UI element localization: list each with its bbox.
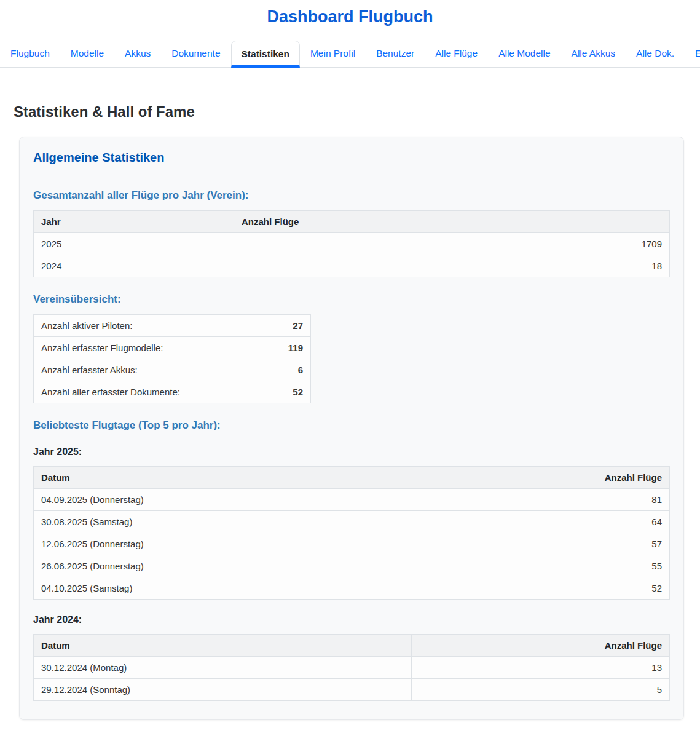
column-header-anzahl-fluege: Anzahl Flüge xyxy=(411,635,669,657)
date-cell: 30.08.2025 (Samstag) xyxy=(34,511,430,533)
main-content: Statistiken & Hall of Fame Allgemeine St… xyxy=(0,103,700,720)
tab-modelle[interactable]: Modelle xyxy=(60,40,114,67)
table-row: Anzahl erfasster Flugmodelle: 119 xyxy=(34,337,311,359)
table-row: 30.12.2024 (Montag) 13 xyxy=(34,657,670,679)
tab-statistiken[interactable]: Statistiken xyxy=(231,41,300,68)
stat-value: 27 xyxy=(269,315,311,337)
year-2025-heading: Jahr 2025: xyxy=(33,446,670,458)
general-statistics-card: Allgemeine Statistiken Gesamtanzahl alle… xyxy=(19,137,684,720)
tab-mein-profil[interactable]: Mein Profil xyxy=(300,40,366,67)
column-header-datum: Datum xyxy=(34,635,412,657)
tab-alle-modelle[interactable]: Alle Modelle xyxy=(488,40,560,67)
app-title: Dashboard Flugbuch xyxy=(0,7,700,26)
tab-dokumente[interactable]: Dokumente xyxy=(161,40,230,67)
column-header-jahr: Jahr xyxy=(34,211,234,233)
stat-label: Anzahl aller erfasster Dokumente: xyxy=(34,381,269,403)
table-row: 2024 18 xyxy=(34,255,670,277)
table-row: 30.08.2025 (Samstag) 64 xyxy=(34,511,670,533)
table-row: 29.12.2024 (Sonntag) 5 xyxy=(34,679,670,701)
column-header-anzahl-fluege: Anzahl Flüge xyxy=(234,211,670,233)
tab-alle-akkus[interactable]: Alle Akkus xyxy=(561,40,626,67)
table-header-row: Datum Anzahl Flüge xyxy=(34,467,670,489)
date-cell: 04.10.2025 (Samstag) xyxy=(34,577,430,600)
stat-label: Anzahl erfasster Flugmodelle: xyxy=(34,337,269,359)
date-cell: 04.09.2025 (Donnerstag) xyxy=(34,489,430,511)
column-header-anzahl-fluege: Anzahl Flüge xyxy=(430,467,669,489)
table-row: Anzahl aller erfasster Dokumente: 52 xyxy=(34,381,311,403)
table-row: 04.09.2025 (Donnerstag) 81 xyxy=(34,489,670,511)
club-overview-heading: Vereinsübersicht: xyxy=(33,293,670,306)
count-cell: 18 xyxy=(234,255,670,277)
date-cell: 12.06.2025 (Donnerstag) xyxy=(34,533,430,555)
stat-label: Anzahl aktiver Piloten: xyxy=(34,315,269,337)
table-row: 12.06.2025 (Donnerstag) 57 xyxy=(34,533,670,555)
stat-value: 52 xyxy=(269,381,311,403)
tab-flugbuch[interactable]: Flugbuch xyxy=(0,40,60,67)
date-cell: 30.12.2024 (Montag) xyxy=(34,657,412,679)
date-cell: 29.12.2024 (Sonntag) xyxy=(34,679,412,701)
count-cell: 55 xyxy=(430,555,669,577)
stat-value: 6 xyxy=(269,359,311,381)
table-header-row: Jahr Anzahl Flüge xyxy=(34,211,670,233)
year-cell: 2025 xyxy=(34,233,234,255)
stat-value: 119 xyxy=(269,337,311,359)
table-row: 26.06.2025 (Donnerstag) 55 xyxy=(34,555,670,577)
year-cell: 2024 xyxy=(34,255,234,277)
table-row: 04.10.2025 (Samstag) 52 xyxy=(34,577,670,600)
count-cell: 5 xyxy=(411,679,669,701)
top-days-heading: Beliebteste Flugtage (Top 5 pro Jahr): xyxy=(33,419,670,432)
count-cell: 13 xyxy=(411,657,669,679)
flights-per-year-heading: Gesamtanzahl aller Flüge pro Jahr (Verei… xyxy=(33,189,670,202)
count-cell: 1709 xyxy=(234,233,670,255)
page-title: Statistiken & Hall of Fame xyxy=(14,103,686,121)
count-cell: 52 xyxy=(430,577,669,600)
date-cell: 26.06.2025 (Donnerstag) xyxy=(34,555,430,577)
count-cell: 64 xyxy=(430,511,669,533)
tab-alle-fluege[interactable]: Alle Flüge xyxy=(425,40,488,67)
top-days-2025-table: Datum Anzahl Flüge 04.09.2025 (Donnersta… xyxy=(33,466,670,600)
main-nav: Flugbuch Modelle Akkus Dokumente Statist… xyxy=(0,40,700,68)
app-header: Dashboard Flugbuch xyxy=(0,7,700,26)
tab-alle-dok[interactable]: Alle Dok. xyxy=(626,40,685,67)
table-header-row: Datum Anzahl Flüge xyxy=(34,635,670,657)
table-row: Anzahl erfasster Akkus: 6 xyxy=(34,359,311,381)
card-title: Allgemeine Statistiken xyxy=(33,151,670,173)
flights-per-year-table: Jahr Anzahl Flüge 2025 1709 2024 18 xyxy=(33,210,670,277)
stat-label: Anzahl erfasster Akkus: xyxy=(34,359,269,381)
tab-export[interactable]: Export xyxy=(685,40,700,67)
top-days-2024-table: Datum Anzahl Flüge 30.12.2024 (Montag) 1… xyxy=(33,634,670,701)
count-cell: 81 xyxy=(430,489,669,511)
count-cell: 57 xyxy=(430,533,669,555)
table-row: Anzahl aktiver Piloten: 27 xyxy=(34,315,311,337)
table-row: 2025 1709 xyxy=(34,233,670,255)
tab-akkus[interactable]: Akkus xyxy=(114,40,161,67)
tab-benutzer[interactable]: Benutzer xyxy=(366,40,425,67)
column-header-datum: Datum xyxy=(34,467,430,489)
year-2024-heading: Jahr 2024: xyxy=(33,614,670,625)
club-overview-table: Anzahl aktiver Piloten: 27 Anzahl erfass… xyxy=(33,314,311,403)
